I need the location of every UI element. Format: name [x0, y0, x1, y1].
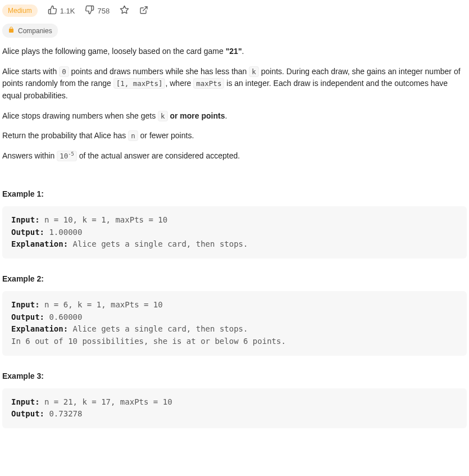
code-literal: k — [249, 66, 259, 77]
problem-header: Medium 1.1K 758 — [2, 2, 467, 22]
dislike-button[interactable]: 758 — [85, 5, 110, 16]
description-p2: Alice starts with 0 points and draws num… — [2, 66, 467, 102]
code-literal: [1, maxPts] — [113, 78, 166, 89]
like-count: 1.1K — [60, 7, 75, 15]
example-block: Input: n = 21, k = 17, maxPts = 10 Outpu… — [2, 388, 467, 428]
svg-line-1 — [143, 7, 147, 11]
difficulty-badge: Medium — [2, 4, 38, 17]
share-icon — [139, 6, 148, 16]
companies-label: Companies — [18, 27, 52, 35]
description-p1: Alice plays the following game, loosely … — [2, 46, 467, 58]
example-block: Input: n = 10, k = 1, maxPts = 10 Output… — [2, 206, 467, 259]
lock-icon — [8, 26, 15, 35]
code-literal: 0 — [59, 66, 69, 77]
star-icon — [120, 5, 129, 16]
example-block: Input: n = 6, k = 1, maxPts = 10 Output:… — [2, 291, 467, 356]
description-p4: Return the probability that Alice has n … — [2, 130, 467, 142]
favorite-button[interactable] — [120, 5, 129, 16]
code-literal: maxPts — [193, 78, 224, 89]
code-literal: n — [128, 130, 138, 141]
example-heading: Example 3: — [2, 371, 467, 380]
example-heading: Example 2: — [2, 274, 467, 283]
description-p3: Alice stops drawing numbers when she get… — [2, 110, 467, 123]
svg-marker-0 — [121, 6, 129, 13]
description-p5: Answers within 10-5 of the actual answer… — [2, 150, 467, 162]
thumbs-up-icon — [48, 5, 57, 16]
code-literal: 10-5 — [57, 151, 77, 161]
example-heading: Example 1: — [2, 189, 467, 198]
code-literal: k — [158, 111, 168, 121]
thumbs-down-icon — [85, 5, 94, 16]
dislike-count: 758 — [97, 7, 110, 15]
companies-tag[interactable]: Companies — [2, 24, 58, 38]
like-button[interactable]: 1.1K — [48, 5, 75, 16]
share-button[interactable] — [139, 6, 148, 16]
